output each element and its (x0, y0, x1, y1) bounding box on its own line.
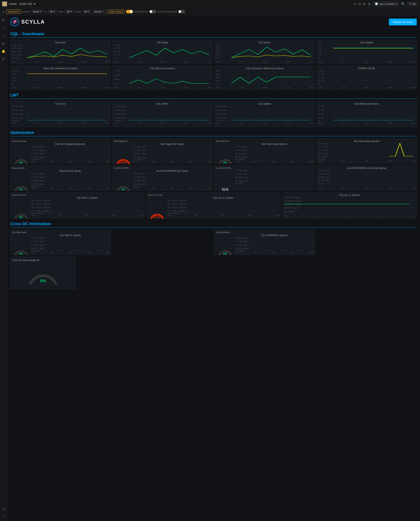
cql-batches-instance-chart: CQL Batches by Instance 1.5K 1.0K (112, 66, 213, 90)
lwt-batches-chart: CQL Batches by Instance 1.00 (316, 101, 417, 127)
svg-text:1.00 ops: 1.00 ops (216, 106, 228, 107)
refresh-interval: 30s (412, 3, 416, 5)
svg-text:1K: 1K (216, 80, 220, 82)
sidebar-user-icon[interactable]: ◎ (1, 506, 6, 511)
lwt-updates-svg: 1.00 ops 0.75 ops 0.50 ops 0.25 ops 0 op… (216, 106, 313, 121)
svg-text:10.0: 10.0 (12, 70, 18, 72)
refresh-button[interactable]: ↻ 30s (407, 1, 418, 6)
adhoc-filter[interactable]: ad hoc + (92, 10, 106, 14)
breadcrumb-dropdown[interactable]: ▼ (33, 2, 36, 6)
search-icon[interactable]: 🔍 (401, 2, 405, 6)
svg-text:0.25: 0.25 (114, 54, 120, 56)
node-filter[interactable]: All ▾ (65, 9, 74, 14)
svg-text:0.50 ops: 0.50 ops (216, 113, 228, 115)
sidebar-add-icon[interactable]: + (1, 25, 6, 30)
breadcrumb-cql[interactable]: Scylla CQL (19, 2, 33, 6)
scylla-logo: 🦑 SCYLLA (10, 17, 45, 26)
svg-text:0.2 ops: 0.2 ops (235, 157, 247, 158)
chevron-down-icon: ▾ (396, 2, 397, 5)
sidebar-alerts-icon[interactable]: 🔔 (1, 49, 6, 54)
svg-text:1.00 ops: 1.00 ops (31, 200, 51, 202)
svg-text:1.00: 1.00 (318, 106, 324, 107)
non-paged-chart: 1.00 ops 0.75 ops 0.50 ops 0.25 ops 0 op… (134, 146, 211, 160)
svg-text:5.0: 5.0 (12, 76, 16, 78)
svg-text:1.5K: 1.5K (114, 70, 120, 72)
app-logo (2, 1, 7, 6)
cql-reads-svg: 1.00 0.75 0.50 0.25 0 (114, 45, 211, 60)
svg-text:0.50: 0.50 (318, 76, 324, 78)
lwt-deletes-svg: 1.00 ops 0.75 ops 0.50 ops 0.25 ops 0 op… (114, 106, 211, 121)
svg-text:1.00 ops: 1.00 ops (167, 200, 187, 202)
monitor-icon[interactable]: 🖥 (368, 2, 371, 6)
svg-text:1.00: 1.00 (318, 70, 324, 72)
sidebar-dashboard-icon[interactable]: ⬡ (1, 33, 6, 38)
svg-text:0.50 ops: 0.50 ops (12, 113, 24, 115)
svg-text:0.25 ops: 0.25 ops (235, 248, 249, 249)
svg-text:1.00 ops: 1.00 ops (31, 146, 45, 148)
client-cql-svg: 10.0 7.5 5.0 2.5 0 (12, 70, 109, 86)
gauge-svg: 0% (217, 153, 233, 165)
cql-coordinator-row2: Client CQL connections by Instance 10. (10, 66, 417, 90)
opt-non-paged-card: Non-Paged CQ... 100% Non-Paged CQL Reads (112, 138, 213, 164)
cluster-filter[interactable]: None ▾ (31, 9, 43, 14)
opt-non-token-gauge-card: Non-Token Aw... 0% Non-Token Aware Queri… (214, 138, 315, 164)
copy-icon[interactable]: ⧉ (359, 2, 361, 6)
svg-text:0 ops: 0 ops (114, 120, 122, 121)
opt-all-cl-gauge-card: CQL ALL CL Qu... 100% CQL ALL CL Queries (146, 192, 281, 218)
svg-text:4K: 4K (216, 70, 220, 72)
time-range-selector[interactable]: 🕐 Last 5 minutes ▾ (373, 1, 399, 6)
svg-text:0.6 ops: 0.6 ops (12, 47, 22, 49)
report-issue-button[interactable]: Report an issue (389, 19, 417, 25)
lwt-updates-chart: CQL Updates 1.00 ops 0.75 (214, 101, 315, 127)
svg-text:0 ops: 0 ops (12, 120, 19, 121)
svg-text:1.5: 1.5 (216, 49, 220, 51)
dc-filter[interactable]: All ▾ (48, 9, 57, 14)
node-restart-toggle[interactable] (126, 10, 133, 13)
svg-text:0.75 ops: 0.75 ops (167, 203, 187, 205)
time-range-label: Last 5 minutes (379, 3, 395, 5)
opt-non-token-chart-card: Non-Token Aware Queries 0.5 ops 0.4 ops … (316, 138, 417, 164)
gauge-svg: 0% (13, 208, 29, 220)
non-token-spike-chart: 0.5 ops 0.4 ops 0.3 ops 0.2 ops 0.1 ops … (318, 143, 415, 159)
instance-filter[interactable]: Instance ▾ (6, 9, 22, 14)
cql-one-chart: 1.60 ops 0.75 ops 0.50 ops 0.25 ops 0 op… (31, 237, 109, 251)
top-nav: master › Scylla CQL ▼ ⊡ ⧉ ⊞ 🖥 🕐 Last 5 m… (0, 0, 420, 8)
sidebar-settings-icon[interactable]: ⚙ (1, 56, 6, 62)
cql-deletes-svg: 2.5 2.0 1.5 1.0 0.5 0 (216, 45, 313, 60)
svg-text:100%: 100% (154, 216, 161, 219)
breadcrumb-master[interactable]: master (9, 2, 17, 6)
empty-col2 (316, 230, 417, 255)
svg-text:3K: 3K (318, 47, 322, 49)
svg-text:0%: 0% (19, 216, 23, 219)
shard-filter[interactable]: All ▾ (82, 9, 91, 14)
svg-text:0.25 ops: 0.25 ops (216, 117, 228, 119)
reversed-gauge: 0% (12, 170, 30, 192)
by-filter-label: by (2, 10, 5, 13)
svg-text:0.25: 0.25 (318, 80, 324, 82)
svg-text:0.75 ops: 0.75 ops (235, 241, 249, 242)
sidebar-explore-icon[interactable]: ◈ (1, 41, 6, 46)
node-restart-filter[interactable]: node_restart (107, 10, 125, 14)
cross-dc-bottom-card: Cross DC read requests All 0% (10, 257, 76, 289)
chevron-down-icon: ▾ (40, 10, 41, 13)
svg-text:0 ops: 0 ops (31, 186, 40, 187)
cql-coordinator-section: CQL - Coordinator (10, 32, 417, 38)
lwt-deletes-chart: CQL Deletes 1.00 ops 0.75 (112, 101, 213, 127)
svg-text:0.75 ops: 0.75 ops (114, 109, 126, 111)
settings-panel-icon[interactable]: ⊞ (363, 2, 366, 6)
allow-filtering-na-chart: 1.00 rps 0.75 rps 0.50 rps 0.25 rps 0 rp… (235, 170, 313, 184)
schema-changed-toggle[interactable] (178, 10, 185, 13)
clock-icon: 🕐 (375, 2, 378, 5)
svg-text:0.75 ops: 0.75 ops (31, 241, 45, 242)
stall-detector-toggle[interactable] (149, 10, 156, 13)
sidebar: ⊞ + ⬡ ◈ 🔔 ⚙ ◎ ? (0, 15, 7, 521)
svg-text:0 ops: 0 ops (31, 212, 44, 214)
svg-text:0.25 ops: 0.25 ops (31, 248, 45, 249)
svg-text:0.75 ops: 0.75 ops (31, 150, 45, 151)
sidebar-home-icon[interactable]: ⊞ (1, 17, 6, 22)
sidebar-help-icon[interactable]: ? (1, 514, 6, 519)
share-icon[interactable]: ⊡ (354, 2, 356, 6)
schema-changed-label: Schema Changed (158, 10, 177, 13)
svg-text:0: 0 (216, 83, 218, 84)
lwt-row: CQL Insert 1.00 ops 0.75 o (10, 101, 417, 127)
